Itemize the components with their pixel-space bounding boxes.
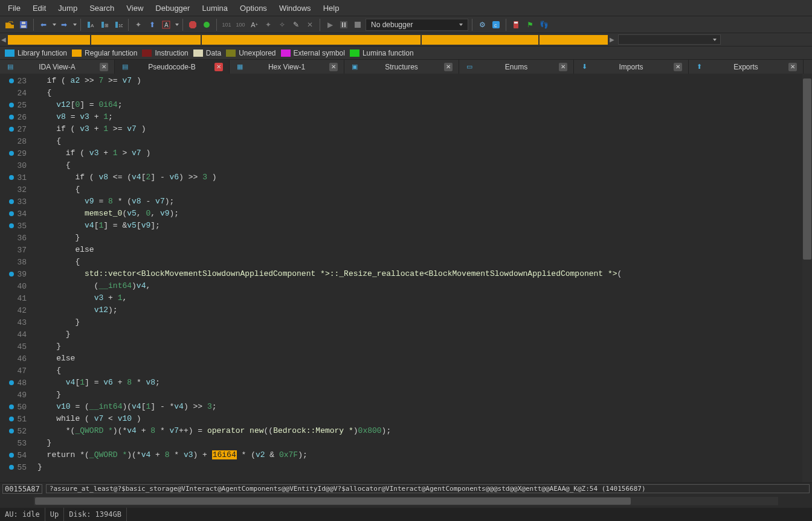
- breakpoint-icon[interactable]: [9, 453, 14, 458]
- tab-close-icon[interactable]: ✕: [444, 63, 453, 71]
- star-icon[interactable]: ✦: [262, 19, 274, 31]
- gutter-line[interactable]: 54: [0, 449, 29, 461]
- breakpoint-icon[interactable]: [9, 429, 14, 433]
- gutter-line[interactable]: 41: [0, 292, 29, 304]
- cursor-icon[interactable]: ✦: [132, 19, 144, 31]
- gutter-line[interactable]: 35: [0, 220, 29, 232]
- code-line[interactable]: v10 = (__int64)(v4[1] - *v4) >> 3;: [37, 401, 812, 413]
- code-line[interactable]: return *(_QWORD *)(*v4 + 8 * v3) + 16i64…: [37, 449, 812, 461]
- gutter-line[interactable]: 49: [0, 389, 29, 401]
- gutter-line[interactable]: 33: [0, 196, 29, 208]
- menu-lumina[interactable]: Lumina: [196, 2, 233, 14]
- gutter-line[interactable]: 32: [0, 184, 29, 196]
- breakpoint-icon[interactable]: [9, 78, 14, 83]
- code-line[interactable]: v12);: [37, 304, 812, 316]
- gutter-line[interactable]: 42: [0, 304, 29, 316]
- db3-icon[interactable]: [510, 19, 522, 31]
- pause-icon[interactable]: [338, 19, 350, 31]
- hscrollbar[interactable]: [34, 497, 778, 505]
- gutter-line[interactable]: 48: [0, 377, 29, 389]
- gutter-line[interactable]: 53: [0, 437, 29, 449]
- nav-right-icon[interactable]: ▶: [608, 33, 616, 46]
- breakpoint-icon[interactable]: [9, 115, 14, 120]
- tab-close-icon[interactable]: ✕: [214, 63, 223, 71]
- forward-icon[interactable]: ➡: [58, 19, 70, 31]
- gutter-line[interactable]: 45: [0, 340, 29, 353]
- breakpoint-icon[interactable]: [9, 199, 14, 204]
- db4-icon[interactable]: ⚑: [524, 19, 536, 31]
- stop2-icon[interactable]: [352, 19, 364, 31]
- menu-debugger[interactable]: Debugger: [150, 2, 195, 14]
- nav-seg[interactable]: [202, 35, 420, 45]
- stop-icon[interactable]: [187, 19, 199, 31]
- cross-icon[interactable]: ✕: [304, 19, 316, 31]
- breakpoint-icon[interactable]: [9, 223, 14, 228]
- gutter-line[interactable]: 47: [0, 365, 29, 377]
- nav-left-icon[interactable]: ◀: [0, 33, 7, 46]
- db2-icon[interactable]: c: [490, 19, 502, 31]
- mark1-icon[interactable]: A: [85, 19, 97, 31]
- menu-view[interactable]: View: [121, 2, 149, 14]
- code-line[interactable]: v12[0] = 0i64;: [37, 99, 812, 111]
- code-line[interactable]: v8 = v3 + 1;: [37, 111, 812, 123]
- breakpoint-icon[interactable]: [9, 151, 14, 156]
- code-line[interactable]: }: [37, 340, 812, 353]
- db1-icon[interactable]: ⚙: [476, 19, 488, 31]
- code-line[interactable]: while ( v7 < v10 ): [37, 413, 812, 425]
- code-line[interactable]: {: [37, 184, 812, 196]
- save-icon[interactable]: [18, 19, 30, 31]
- tab-hex-view-1[interactable]: ▦Hex View-1✕: [230, 60, 344, 74]
- breakpoint-icon[interactable]: [9, 272, 14, 276]
- nav-seg[interactable]: [8, 35, 90, 45]
- code-line[interactable]: v4[1] = &v5[v9];: [37, 220, 812, 232]
- tab-ida-view-a[interactable]: ▤IDA View-A✕: [0, 60, 115, 74]
- code-line[interactable]: }: [37, 461, 812, 473]
- vscrollbar[interactable]: [802, 74, 812, 482]
- gutter-line[interactable]: 46: [0, 353, 29, 365]
- gutter-line[interactable]: 43: [0, 316, 29, 328]
- mark3-icon[interactable]: 101: [112, 19, 124, 31]
- code-line[interactable]: {: [37, 365, 812, 377]
- gutter-line[interactable]: 51: [0, 413, 29, 425]
- aplus-icon[interactable]: A+: [248, 19, 260, 31]
- tab-exports[interactable]: ⬆Exports✕: [689, 60, 804, 74]
- menu-help[interactable]: Help: [318, 2, 345, 14]
- edit-icon[interactable]: ✎: [290, 19, 302, 31]
- code-line[interactable]: else: [37, 353, 812, 365]
- breakpoint-icon[interactable]: [9, 211, 14, 216]
- tab-close-icon[interactable]: ✕: [100, 63, 108, 71]
- gutter-line[interactable]: 23: [0, 75, 29, 87]
- tab-close-icon[interactable]: ✕: [559, 63, 567, 71]
- code-line[interactable]: if ( v3 + 1 > v7 ): [37, 147, 812, 159]
- code-line[interactable]: }: [37, 316, 812, 328]
- gutter-line[interactable]: 44: [0, 328, 29, 340]
- tab-pseudocode-b[interactable]: ▤Pseudocode-B✕: [115, 60, 230, 74]
- breakpoint-icon[interactable]: [9, 103, 14, 107]
- code-line[interactable]: if ( a2 >> 7 >= v7 ): [37, 75, 812, 87]
- code-line[interactable]: if ( v8 <= (v4[2] - v6) >> 3 ): [37, 171, 812, 184]
- gutter-line[interactable]: 29: [0, 147, 29, 159]
- code-line[interactable]: }: [37, 232, 812, 244]
- breakpoint-icon[interactable]: [9, 127, 14, 132]
- gutter-line[interactable]: 24: [0, 87, 29, 99]
- code-line[interactable]: v9 = 8 * (v8 - v7);: [37, 196, 812, 208]
- code-line[interactable]: }: [37, 389, 812, 401]
- back-dropdown[interactable]: [53, 24, 56, 26]
- mark2-icon[interactable]: ⊞: [98, 19, 111, 31]
- code-line[interactable]: memset_0(v5, 0, v9);: [37, 208, 812, 220]
- code-line[interactable]: v3 + 1,: [37, 292, 812, 304]
- breakpoint-icon[interactable]: [9, 417, 14, 421]
- menu-windows[interactable]: Windows: [274, 2, 317, 14]
- gutter-line[interactable]: 34: [0, 208, 29, 220]
- gutter-line[interactable]: 52: [0, 425, 29, 437]
- nav-seg[interactable]: [540, 35, 608, 45]
- menu-edit[interactable]: Edit: [27, 2, 51, 14]
- menu-file[interactable]: File: [2, 2, 26, 14]
- record-icon[interactable]: [201, 19, 213, 31]
- breakpoint-icon[interactable]: [9, 465, 14, 470]
- gutter-line[interactable]: 30: [0, 159, 29, 171]
- code-line[interactable]: (__int64)v4,: [37, 280, 812, 292]
- wand-icon[interactable]: ✧: [276, 19, 288, 31]
- back-icon[interactable]: ⬅: [37, 19, 50, 31]
- hex2-icon[interactable]: 100: [234, 19, 246, 31]
